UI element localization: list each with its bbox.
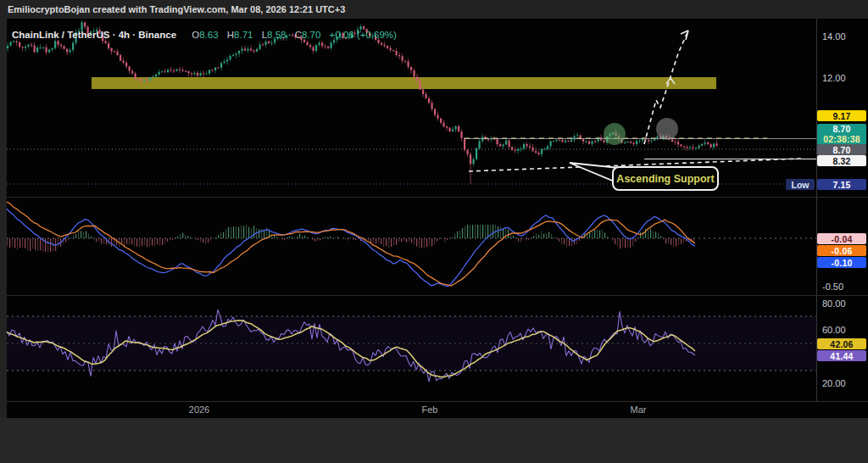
macd-badge-hist: -0.04 (817, 233, 866, 244)
rsi-badge-ma: 42.06 (817, 338, 866, 349)
ascending-support-callout[interactable]: Ascending Support (612, 166, 719, 191)
ohlc-close-value: 8.70 (302, 30, 320, 40)
chart-canvas[interactable] (7, 19, 816, 401)
time-axis[interactable] (7, 401, 816, 418)
macd-tick: -0.50 (822, 282, 843, 292)
macd-badge-signal: -0.06 (817, 245, 866, 256)
time-label-2026: 2026 (189, 404, 209, 415)
ohlc-high-value: 8.71 (234, 30, 253, 40)
ohlc-high-label: H (227, 30, 234, 40)
ohlc-open-label: O (192, 30, 199, 40)
attribution-bar: EmiliocryptoBojan created with TradingVi… (0, 0, 868, 19)
rsi-tick-60: 60.00 (822, 325, 846, 335)
ohlc-open-value: 8.63 (199, 30, 218, 40)
change-value: +0.06 (+0.69%) (330, 30, 397, 40)
price-tick-12: 12.00 (822, 73, 846, 83)
last-price-value: 8.70 (832, 125, 850, 135)
price-badge-level: 8.70 (817, 144, 866, 155)
price-badge-last-countdown: 8.70 02:38:38 (817, 124, 866, 145)
symbol-legend: ChainLink / TetherUS · 4h · Binance O8.6… (12, 30, 397, 40)
time-label-feb: Feb (422, 404, 438, 415)
symbol-title: ChainLink / TetherUS · 4h · Binance (12, 30, 176, 40)
attribution-text: EmiliocryptoBojan created with TradingVi… (8, 4, 345, 14)
macd-badge-macd: -0.10 (817, 257, 866, 268)
rsi-badge-rsi: 41.44 (817, 350, 866, 361)
rsi-tick-80: 80.00 (822, 298, 846, 309)
time-label-mar: Mar (631, 404, 647, 415)
tradingview-snapshot: { "header": {"attribution": "Emiliocrypt… (0, 0, 868, 463)
price-badge-target: 9.17 (817, 110, 866, 121)
price-badge-low: 7.15 (817, 179, 866, 190)
price-badge-support: 8.32 (817, 155, 866, 166)
rsi-tick-20: 20.00 (822, 378, 846, 388)
ohlc-close-label: C (295, 30, 302, 40)
footer-bar: TradingView (0, 418, 868, 463)
price-tick-14: 14.00 (822, 31, 846, 42)
ohlc-low-value: 8.58 (267, 30, 286, 40)
bar-countdown: 02:38:38 (823, 135, 860, 145)
low-chip: Low (786, 179, 815, 190)
